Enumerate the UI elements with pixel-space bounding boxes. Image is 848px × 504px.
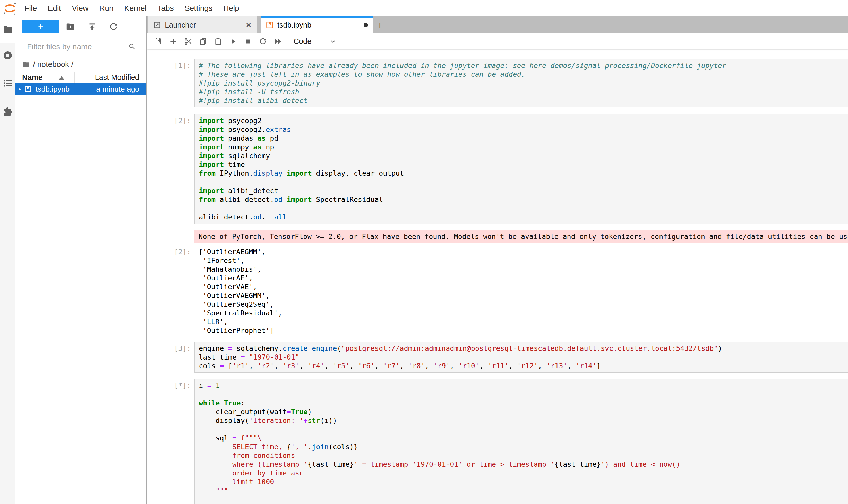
sort-ascending-icon xyxy=(59,76,65,79)
notebook-cell: [2]:import psycopg2import psycopg2.extra… xyxy=(147,114,848,224)
code-line: 'LLR', xyxy=(199,318,848,326)
code-line: cols = ['r1', 'r2', 'r3', 'r4', 'r5', 'r… xyxy=(199,362,848,370)
file-browser-icon[interactable] xyxy=(3,24,13,35)
code-line: where (timestamp '{last_time}' = timesta… xyxy=(199,460,848,469)
running-indicator-dot xyxy=(19,88,21,90)
code-line: from alibi_detect.od import SpectralResi… xyxy=(199,195,848,204)
interrupt-kernel-button[interactable] xyxy=(243,37,252,46)
new-launcher-tab-button[interactable]: + xyxy=(373,17,387,34)
menu-item-view[interactable]: View xyxy=(67,0,94,17)
code-line: engine = sqlalchemy.create_engine("postg… xyxy=(199,344,848,353)
copy-cells-button[interactable] xyxy=(199,37,208,46)
upload-button[interactable] xyxy=(88,22,97,32)
code-line: i = 1 xyxy=(199,381,848,390)
notebook-toolbar: Code xyxy=(147,34,848,50)
document-tab-bar: Launcher✕tsdb.ipynb+ xyxy=(147,17,848,34)
menu-bar: FileEditViewRunKernelTabsSettingsHelp xyxy=(0,0,848,17)
table-of-contents-icon[interactable] xyxy=(3,78,13,88)
code-line: #!pip install -U tsfresh xyxy=(199,88,848,96)
jupyter-logo xyxy=(3,1,17,16)
cut-cells-button[interactable] xyxy=(184,37,193,46)
code-line: """ xyxy=(199,486,848,495)
filter-files-input[interactable] xyxy=(26,39,125,54)
file-name: tsdb.ipynb xyxy=(36,84,70,95)
refresh-button[interactable] xyxy=(109,22,118,32)
running-kernels-icon[interactable] xyxy=(3,50,13,60)
code-line: SELECT time, {', '.join(cols)} xyxy=(199,443,848,451)
code-line: display('Iteration: '+str(i)) xyxy=(199,416,848,425)
breadcrumb-path[interactable]: / notebook / xyxy=(33,60,73,69)
paste-cells-button[interactable] xyxy=(214,37,222,46)
code-line: clear_output(wait=True) xyxy=(199,408,848,416)
menu-item-file[interactable]: File xyxy=(19,0,42,17)
code-line: last_time = "1970-01-01" xyxy=(199,353,848,362)
notebook-cell: [1]:# The following libraries have alrea… xyxy=(147,59,848,107)
code-line: import time xyxy=(199,160,848,169)
notebook-icon xyxy=(266,21,274,29)
column-header-last-modified[interactable]: Last Modified xyxy=(95,72,140,83)
code-line: # These are just left in as examples to … xyxy=(199,70,848,79)
code-line: ['OutlierAEGMM', xyxy=(199,248,848,256)
menu-items: FileEditViewRunKernelTabsSettingsHelp xyxy=(19,0,245,17)
code-line xyxy=(199,390,848,399)
code-line xyxy=(199,425,848,434)
menu-item-settings[interactable]: Settings xyxy=(179,0,218,17)
tab-label: Launcher xyxy=(165,21,245,29)
save-button[interactable] xyxy=(154,37,163,46)
code-line xyxy=(199,204,848,213)
code-line: import psycopg2 xyxy=(199,116,848,125)
output-text: ['OutlierAEGMM', 'IForest', 'Mahalanobis… xyxy=(194,244,848,337)
search-icon xyxy=(128,42,136,50)
close-tab-icon[interactable]: ✕ xyxy=(245,21,252,30)
code-line: from IPython.display import display, cle… xyxy=(199,169,848,178)
new-launcher-button[interactable]: + xyxy=(22,20,59,34)
launcher-icon xyxy=(153,21,161,29)
code-line: order by time asc xyxy=(199,469,848,478)
activity-bar xyxy=(0,17,16,504)
tab-label: tsdb.ipynb xyxy=(277,21,364,29)
restart-run-all-button[interactable] xyxy=(273,37,282,46)
code-line: import alibi_detect xyxy=(199,186,848,195)
restart-kernel-button[interactable] xyxy=(258,37,267,46)
code-line: # The following libraries have already b… xyxy=(199,61,848,70)
cell-code-editor[interactable]: import psycopg2import psycopg2.extrasimp… xyxy=(194,114,848,224)
new-folder-button[interactable] xyxy=(66,22,75,32)
execution-count-prompt: [1]: xyxy=(147,59,194,70)
file-row-tsdb.ipynb[interactable]: tsdb.ipynba minute ago xyxy=(15,84,146,95)
code-line: import pandas as pd xyxy=(199,134,848,143)
code-line: limit 1000 xyxy=(199,478,848,486)
execution-count-prompt: [3]: xyxy=(147,342,194,353)
menu-item-kernel[interactable]: Kernel xyxy=(119,0,152,17)
execution-count-prompt: [*]: xyxy=(147,379,194,390)
run-cell-button[interactable] xyxy=(229,37,237,46)
cell-code-editor[interactable]: i = 1 while True: clear_output(wait=True… xyxy=(194,379,848,504)
home-folder-icon[interactable] xyxy=(22,60,30,68)
code-line: #!pip install alibi-detect xyxy=(199,96,848,105)
unsaved-changes-dot xyxy=(364,23,368,27)
menu-item-run[interactable]: Run xyxy=(94,0,119,17)
jupyterlab-window: FileEditViewRunKernelTabsSettingsHelp + … xyxy=(0,0,848,504)
code-line: 'OutlierAE', xyxy=(199,274,848,283)
code-line: from conditions xyxy=(199,451,848,460)
notebook-scroll-area[interactable]: [1]:# The following libraries have alrea… xyxy=(147,50,848,504)
code-line: import numpy as np xyxy=(199,143,848,151)
menu-item-edit[interactable]: Edit xyxy=(42,0,67,17)
column-header-name[interactable]: Name xyxy=(22,72,42,83)
notebook-file-icon xyxy=(24,85,32,93)
cell-type-dropdown[interactable]: Code xyxy=(293,37,311,46)
tab-tsdb-ipynb[interactable]: tsdb.ipynb xyxy=(261,17,373,34)
extensions-icon[interactable] xyxy=(3,106,13,117)
filter-files-box xyxy=(22,39,139,54)
insert-cell-button[interactable] xyxy=(169,37,178,46)
chevron-down-icon[interactable] xyxy=(329,38,337,45)
file-last-modified: a minute ago xyxy=(96,84,139,95)
code-line: #!pip install psycopg2-binary xyxy=(199,79,848,88)
file-browser-panel: + / notebook / Name Last Modified tsdb.i… xyxy=(15,17,146,504)
menu-item-tabs[interactable]: Tabs xyxy=(152,0,179,17)
cell-code-editor[interactable]: engine = sqlalchemy.create_engine("postg… xyxy=(194,342,848,373)
tab-launcher[interactable]: Launcher✕ xyxy=(148,17,257,34)
file-list-header: Name Last Modified xyxy=(15,72,146,83)
menu-item-help[interactable]: Help xyxy=(218,0,245,17)
output-prompt: [2]: xyxy=(147,244,194,256)
cell-code-editor[interactable]: # The following libraries have already b… xyxy=(194,59,848,107)
